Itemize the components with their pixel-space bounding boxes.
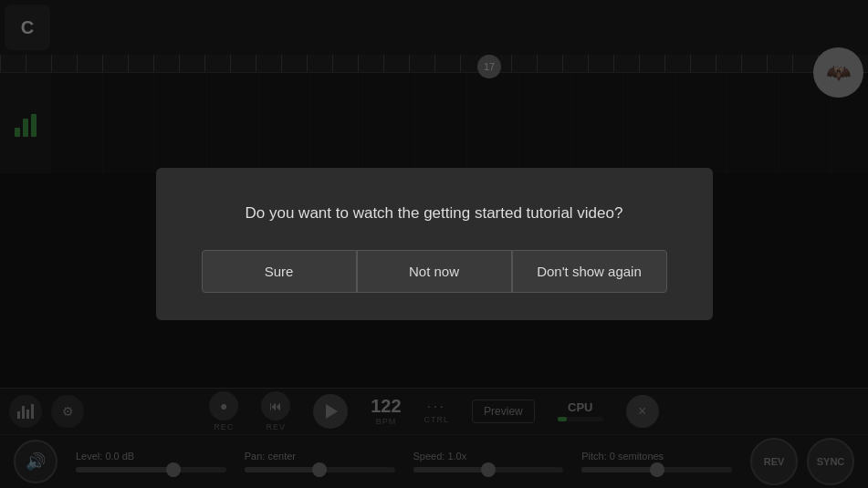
dialog-overlay: Do you want to watch the getting started…	[0, 0, 868, 488]
tutorial-dialog: Do you want to watch the getting started…	[156, 168, 713, 320]
dont-show-button[interactable]: Don't show again	[512, 250, 667, 293]
sure-button[interactable]: Sure	[202, 250, 357, 293]
dialog-buttons: Sure Not now Don't show again	[202, 250, 667, 293]
dialog-question: Do you want to watch the getting started…	[246, 204, 623, 223]
not-now-button[interactable]: Not now	[357, 250, 512, 293]
